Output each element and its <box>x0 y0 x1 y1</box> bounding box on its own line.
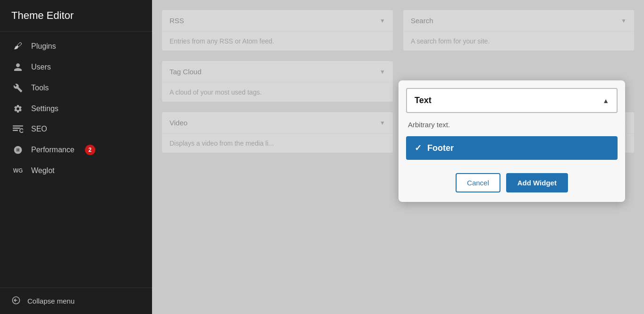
modal-dropdown-label: Text <box>415 96 432 105</box>
sidebar-title: Theme Editor <box>0 0 152 32</box>
sidebar-item-performance[interactable]: Performance 2 <box>0 139 152 161</box>
svg-point-2 <box>20 129 23 132</box>
add-widget-modal: Text ▲ Arbitrary text. ✓ Footer Cancel A… <box>398 80 625 202</box>
modal-dropdown-chevron-icon: ▲ <box>602 97 609 105</box>
settings-icon <box>11 104 25 113</box>
performance-icon <box>11 145 25 155</box>
sidebar-item-settings[interactable]: Settings <box>0 98 152 119</box>
collapse-menu-button[interactable]: Collapse menu <box>0 288 152 314</box>
modal-footer-option[interactable]: ✓ Footer <box>406 136 618 160</box>
svg-rect-3 <box>13 130 18 131</box>
modal-actions: Cancel Add Widget <box>398 167 625 202</box>
tools-icon <box>11 83 25 93</box>
main-content: RSS ▼ Entries from any RSS or Atom feed.… <box>152 0 644 314</box>
sidebar-item-seo[interactable]: SEO <box>0 119 152 139</box>
sidebar-item-tools[interactable]: Tools <box>0 78 152 98</box>
sidebar-nav: 🖌 Plugins Users Tools Settings SE <box>0 32 152 288</box>
collapse-menu-label: Collapse menu <box>27 297 75 305</box>
add-widget-button[interactable]: Add Widget <box>506 173 568 192</box>
weglot-icon: WG <box>11 167 25 174</box>
svg-rect-1 <box>13 128 20 129</box>
sidebar-item-weglot[interactable]: WG Weglot <box>0 161 152 181</box>
sidebar-item-label: Users <box>31 63 51 71</box>
cancel-button[interactable]: Cancel <box>456 173 500 192</box>
sidebar-item-users[interactable]: Users <box>0 57 152 78</box>
svg-rect-0 <box>13 125 23 126</box>
sidebar-item-label: Plugins <box>31 42 56 51</box>
sidebar-item-label: Performance <box>31 146 75 154</box>
seo-icon <box>11 125 25 133</box>
sidebar-item-label: Settings <box>31 105 59 113</box>
users-icon <box>11 62 25 72</box>
modal-description: Arbitrary text. <box>398 113 625 136</box>
sidebar-item-label: Tools <box>31 84 49 92</box>
sidebar-item-plugins[interactable]: 🖌 Plugins <box>0 35 152 57</box>
collapse-icon <box>11 296 21 306</box>
performance-badge: 2 <box>85 145 95 155</box>
sidebar-item-label: SEO <box>31 125 47 133</box>
modal-widget-dropdown[interactable]: Text ▲ <box>406 88 618 113</box>
checkmark-icon: ✓ <box>415 143 422 153</box>
plugins-icon: 🖌 <box>11 41 25 51</box>
sidebar: Theme Editor 🖌 Plugins Users Tools Setti… <box>0 0 152 314</box>
modal-footer-label: Footer <box>427 143 454 153</box>
modal-overlay: Text ▲ Arbitrary text. ✓ Footer Cancel A… <box>152 0 644 314</box>
sidebar-item-label: Weglot <box>31 166 55 175</box>
